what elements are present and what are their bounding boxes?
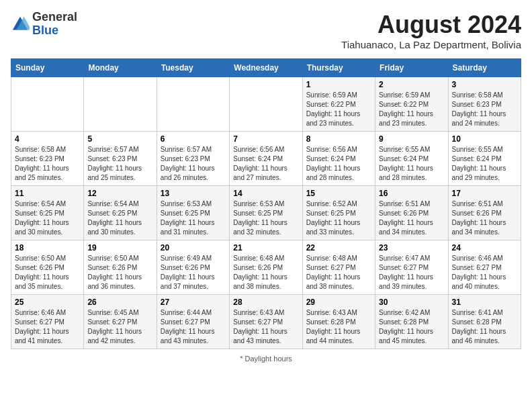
weekday-header-thursday: Thursday: [302, 59, 375, 77]
calendar-cell: 26Sunrise: 6:45 AM Sunset: 6:27 PM Dayli…: [84, 295, 157, 349]
calendar-cell: 7Sunrise: 6:56 AM Sunset: 6:24 PM Daylig…: [230, 132, 302, 186]
day-info: Sunrise: 6:54 AM Sunset: 6:25 PM Dayligh…: [15, 199, 80, 237]
day-number: 8: [306, 134, 371, 144]
calendar-cell: 28Sunrise: 6:43 AM Sunset: 6:27 PM Dayli…: [230, 295, 302, 349]
weekday-header-monday: Monday: [84, 59, 157, 77]
footer-note: * Daylight hours: [11, 355, 521, 363]
day-number: 29: [306, 298, 371, 307]
calendar-cell: 17Sunrise: 6:51 AM Sunset: 6:26 PM Dayli…: [448, 186, 521, 240]
week-row-3: 11Sunrise: 6:54 AM Sunset: 6:25 PM Dayli…: [11, 186, 521, 240]
day-number: 11: [15, 189, 80, 198]
day-info: Sunrise: 6:41 AM Sunset: 6:28 PM Dayligh…: [452, 308, 517, 346]
logo-blue-text: Blue: [32, 24, 58, 37]
day-info: Sunrise: 6:59 AM Sunset: 6:22 PM Dayligh…: [306, 91, 371, 128]
calendar-cell: 15Sunrise: 6:52 AM Sunset: 6:25 PM Dayli…: [302, 186, 375, 240]
day-number: 1: [306, 80, 371, 89]
day-info: Sunrise: 6:58 AM Sunset: 6:23 PM Dayligh…: [15, 145, 80, 183]
day-number: 16: [379, 189, 444, 198]
weekday-header-wednesday: Wednesday: [230, 59, 302, 77]
calendar-cell: 11Sunrise: 6:54 AM Sunset: 6:25 PM Dayli…: [11, 186, 84, 240]
calendar-cell: 25Sunrise: 6:46 AM Sunset: 6:27 PM Dayli…: [11, 295, 84, 349]
day-info: Sunrise: 6:50 AM Sunset: 6:26 PM Dayligh…: [87, 254, 152, 291]
day-number: 23: [379, 243, 444, 253]
day-info: Sunrise: 6:47 AM Sunset: 6:27 PM Dayligh…: [379, 254, 444, 291]
footer-note-text: Daylight hours: [245, 355, 292, 363]
day-info: Sunrise: 6:45 AM Sunset: 6:27 PM Dayligh…: [87, 308, 152, 346]
day-info: Sunrise: 6:42 AM Sunset: 6:28 PM Dayligh…: [379, 308, 444, 346]
calendar-cell: 12Sunrise: 6:54 AM Sunset: 6:25 PM Dayli…: [84, 186, 157, 240]
calendar-cell: 3Sunrise: 6:58 AM Sunset: 6:23 PM Daylig…: [448, 77, 521, 132]
day-number: 18: [15, 243, 80, 253]
calendar-cell: [11, 77, 84, 132]
day-number: 24: [452, 243, 517, 253]
day-number: 19: [87, 243, 152, 253]
calendar-cell: 13Sunrise: 6:53 AM Sunset: 6:25 PM Dayli…: [157, 186, 229, 240]
location: Tiahuanaco, La Paz Department, Bolivia: [341, 39, 521, 50]
day-info: Sunrise: 6:57 AM Sunset: 6:23 PM Dayligh…: [87, 145, 152, 183]
calendar-cell: 1Sunrise: 6:59 AM Sunset: 6:22 PM Daylig…: [302, 77, 375, 132]
day-number: 28: [233, 298, 298, 307]
day-info: Sunrise: 6:49 AM Sunset: 6:26 PM Dayligh…: [161, 254, 226, 291]
calendar-cell: 4Sunrise: 6:58 AM Sunset: 6:23 PM Daylig…: [11, 132, 84, 186]
day-number: 5: [87, 134, 152, 144]
calendar-cell: 14Sunrise: 6:53 AM Sunset: 6:25 PM Dayli…: [230, 186, 302, 240]
calendar-cell: 24Sunrise: 6:46 AM Sunset: 6:27 PM Dayli…: [448, 240, 521, 295]
calendar-cell: [84, 77, 157, 132]
day-number: 12: [87, 189, 152, 198]
day-info: Sunrise: 6:46 AM Sunset: 6:27 PM Dayligh…: [452, 254, 517, 291]
title-area: August 2024 Tiahuanaco, La Paz Departmen…: [341, 11, 521, 50]
day-info: Sunrise: 6:48 AM Sunset: 6:27 PM Dayligh…: [306, 254, 371, 291]
day-info: Sunrise: 6:46 AM Sunset: 6:27 PM Dayligh…: [15, 308, 80, 346]
day-number: 17: [452, 189, 517, 198]
calendar-cell: 29Sunrise: 6:43 AM Sunset: 6:28 PM Dayli…: [302, 295, 375, 349]
calendar-cell: 10Sunrise: 6:55 AM Sunset: 6:24 PM Dayli…: [448, 132, 521, 186]
week-row-2: 4Sunrise: 6:58 AM Sunset: 6:23 PM Daylig…: [11, 132, 521, 186]
day-number: 30: [379, 298, 444, 307]
day-number: 7: [233, 134, 298, 144]
calendar-cell: 9Sunrise: 6:55 AM Sunset: 6:24 PM Daylig…: [375, 132, 448, 186]
calendar-cell: 22Sunrise: 6:48 AM Sunset: 6:27 PM Dayli…: [302, 240, 375, 295]
calendar-cell: 18Sunrise: 6:50 AM Sunset: 6:26 PM Dayli…: [11, 240, 84, 295]
weekday-header-friday: Friday: [375, 59, 448, 77]
day-info: Sunrise: 6:55 AM Sunset: 6:24 PM Dayligh…: [452, 145, 517, 183]
day-info: Sunrise: 6:43 AM Sunset: 6:27 PM Dayligh…: [233, 308, 298, 346]
day-info: Sunrise: 6:50 AM Sunset: 6:26 PM Dayligh…: [15, 254, 80, 291]
calendar-table: SundayMondayTuesdayWednesdayThursdayFrid…: [11, 58, 521, 349]
day-number: 20: [161, 243, 226, 253]
day-number: 14: [233, 189, 298, 198]
calendar-cell: 31Sunrise: 6:41 AM Sunset: 6:28 PM Dayli…: [448, 295, 521, 349]
day-number: 15: [306, 189, 371, 198]
logo-icon: [11, 15, 30, 34]
weekday-header-row: SundayMondayTuesdayWednesdayThursdayFrid…: [11, 59, 521, 77]
day-number: 13: [161, 189, 226, 198]
day-info: Sunrise: 6:44 AM Sunset: 6:27 PM Dayligh…: [161, 308, 226, 346]
week-row-1: 1Sunrise: 6:59 AM Sunset: 6:22 PM Daylig…: [11, 77, 521, 132]
calendar-body: 1Sunrise: 6:59 AM Sunset: 6:22 PM Daylig…: [11, 77, 521, 349]
calendar-cell: 21Sunrise: 6:48 AM Sunset: 6:26 PM Dayli…: [230, 240, 302, 295]
calendar-cell: 2Sunrise: 6:59 AM Sunset: 6:22 PM Daylig…: [375, 77, 448, 132]
day-info: Sunrise: 6:48 AM Sunset: 6:26 PM Dayligh…: [233, 254, 298, 291]
day-number: 26: [87, 298, 152, 307]
day-info: Sunrise: 6:53 AM Sunset: 6:25 PM Dayligh…: [161, 199, 226, 237]
day-number: 4: [15, 134, 80, 144]
day-number: 27: [161, 298, 226, 307]
day-info: Sunrise: 6:57 AM Sunset: 6:23 PM Dayligh…: [161, 145, 226, 183]
day-number: 25: [15, 298, 80, 307]
calendar-cell: [230, 77, 302, 132]
calendar-cell: 8Sunrise: 6:56 AM Sunset: 6:24 PM Daylig…: [302, 132, 375, 186]
day-info: Sunrise: 6:56 AM Sunset: 6:24 PM Dayligh…: [233, 145, 298, 183]
day-number: 22: [306, 243, 371, 253]
day-number: 31: [452, 298, 517, 307]
calendar-cell: [157, 77, 229, 132]
day-number: 9: [379, 134, 444, 144]
calendar-cell: 6Sunrise: 6:57 AM Sunset: 6:23 PM Daylig…: [157, 132, 229, 186]
day-number: 10: [452, 134, 517, 144]
calendar-cell: 16Sunrise: 6:51 AM Sunset: 6:26 PM Dayli…: [375, 186, 448, 240]
logo-general-text: General: [32, 10, 77, 24]
day-info: Sunrise: 6:43 AM Sunset: 6:28 PM Dayligh…: [306, 308, 371, 346]
day-number: 21: [233, 243, 298, 253]
day-info: Sunrise: 6:55 AM Sunset: 6:24 PM Dayligh…: [379, 145, 444, 183]
day-info: Sunrise: 6:51 AM Sunset: 6:26 PM Dayligh…: [452, 199, 517, 237]
day-number: 3: [452, 80, 517, 89]
logo: General Blue: [11, 11, 77, 38]
